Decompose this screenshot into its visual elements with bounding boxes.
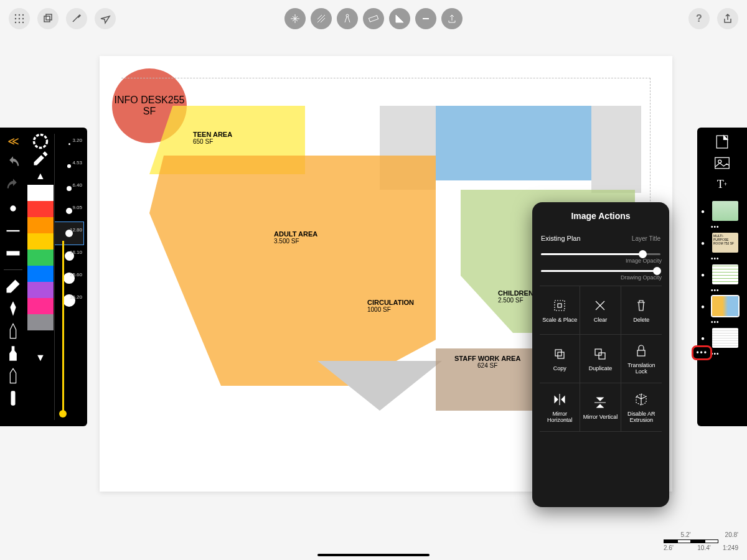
action-translation-lock[interactable]: Translation Lock [621, 335, 662, 383]
share-button[interactable] [717, 8, 738, 29]
color-swatch[interactable] [27, 298, 54, 314]
svg-rect-10 [46, 14, 52, 20]
eraser-icon[interactable] [4, 278, 22, 295]
more-actions-button-highlight[interactable]: ••• [692, 345, 712, 360]
marker-icon[interactable] [4, 345, 22, 362]
layer-name-field[interactable]: Existing Plan [541, 235, 581, 242]
undo-icon[interactable] [4, 155, 22, 172]
pencil-icon[interactable] [4, 322, 22, 340]
grid-menu-button[interactable] [9, 8, 30, 29]
action-delete[interactable]: Delete [621, 286, 662, 335]
brush-size-option[interactable] [55, 133, 83, 155]
chevron-up-icon[interactable]: ▲ [32, 167, 49, 185]
color-swatch[interactable] [27, 330, 54, 347]
help-button[interactable]: ? [688, 8, 710, 29]
svg-rect-19 [558, 304, 561, 307]
svg-rect-15 [7, 251, 20, 256]
color-swatch[interactable] [27, 266, 54, 282]
svg-rect-22 [595, 349, 601, 355]
thick-line-icon[interactable] [4, 245, 22, 262]
pen-icon[interactable] [4, 300, 22, 317]
layer-more-icon[interactable]: ••• [701, 287, 743, 294]
layer-more-icon[interactable]: ••• [701, 223, 743, 230]
image-opacity-slider[interactable] [541, 253, 660, 255]
svg-point-2 [22, 14, 24, 16]
layer-item[interactable]: ● [701, 264, 743, 284]
add-image-icon[interactable] [713, 155, 731, 171]
color-swatch[interactable] [27, 314, 54, 330]
svg-point-17 [34, 135, 47, 148]
brush-size-column: 3.204.536.409.0512.8018.1025.6036.20 [55, 128, 83, 426]
svg-point-8 [22, 22, 24, 23]
color-swatch[interactable] [27, 233, 54, 250]
brush-size-option[interactable] [55, 222, 83, 245]
action-duplicate[interactable]: Duplicate [580, 335, 621, 383]
action-clear[interactable]: Clear [580, 286, 621, 335]
highlighter-icon[interactable] [4, 367, 22, 385]
eyedropper-icon[interactable] [32, 150, 49, 167]
brush-icon[interactable] [4, 390, 22, 407]
move3d-button[interactable] [284, 8, 306, 29]
redo-icon[interactable] [4, 177, 22, 195]
ellipse-button[interactable] [415, 8, 436, 29]
color-swatch[interactable] [27, 217, 54, 233]
layer-more-icon[interactable]: ••• [701, 255, 743, 262]
svg-rect-18 [555, 301, 565, 310]
color-wheel-icon[interactable] [32, 133, 49, 150]
brush-size-option[interactable] [55, 177, 83, 200]
layer-item[interactable]: ●MULTI-PURPOSE ROOM 752 SF [701, 233, 743, 253]
collapse-icon[interactable]: ≪ [4, 133, 22, 150]
layer-more-icon[interactable]: ••• [701, 319, 743, 325]
tool-palette: ≪ ▲ ▼ 3.204.536.409.0512.8018.1025.6036.… [0, 128, 87, 426]
svg-point-0 [15, 14, 16, 16]
svg-point-3 [15, 18, 16, 19]
fly-button[interactable] [95, 8, 116, 29]
svg-point-11 [346, 14, 349, 17]
ruler-button[interactable] [363, 8, 384, 29]
action-scale-place[interactable]: Scale & Place [540, 286, 580, 335]
layer-item[interactable]: ● [701, 296, 743, 316]
scale-readout: 5.2'20.8' 2.6'10.4'1:249 [664, 531, 738, 551]
settings-button[interactable] [66, 8, 87, 29]
layer-item[interactable]: ● [701, 201, 743, 221]
angle-button[interactable] [389, 8, 410, 29]
room-blue [436, 106, 591, 180]
size-slider[interactable] [62, 241, 64, 415]
action-mirror-horizontal[interactable]: Mirror Horizontal [540, 383, 580, 432]
color-swatches: ▲ ▼ [26, 128, 55, 426]
visibility-icon[interactable]: ● [701, 335, 710, 342]
action-disable-ar[interactable]: Disable AR Extrusion [621, 383, 662, 432]
visibility-icon[interactable]: ● [701, 208, 710, 215]
svg-point-5 [22, 18, 24, 19]
drawing-opacity-slider[interactable] [541, 270, 660, 272]
visibility-icon[interactable]: ● [701, 240, 710, 246]
compass-button[interactable] [337, 8, 358, 29]
brush-size-option[interactable] [55, 289, 83, 312]
brush-size-option[interactable] [55, 200, 83, 222]
hatch-button[interactable] [311, 8, 332, 29]
svg-rect-12 [369, 16, 378, 22]
line-tool-icon[interactable] [4, 222, 22, 240]
dot-tool-icon[interactable] [4, 200, 22, 217]
brush-size-option[interactable] [55, 267, 83, 289]
color-swatch[interactable] [27, 282, 54, 298]
brush-size-option[interactable] [55, 155, 83, 177]
brush-size-option[interactable] [55, 245, 83, 267]
color-swatch[interactable] [27, 201, 54, 217]
add-text-icon[interactable]: T+ [713, 176, 731, 192]
svg-rect-21 [558, 352, 564, 358]
visibility-icon[interactable]: ● [701, 271, 710, 278]
pages-button[interactable] [37, 8, 59, 29]
export-button[interactable] [441, 8, 463, 29]
svg-rect-23 [599, 353, 605, 359]
action-copy[interactable]: Copy [540, 335, 580, 383]
svg-point-13 [10, 205, 16, 211]
color-swatch[interactable] [27, 185, 54, 201]
add-page-icon[interactable] [713, 134, 731, 150]
action-mirror-vertical[interactable]: Mirror Vertical [580, 383, 621, 432]
chevron-down-icon[interactable]: ▼ [32, 349, 49, 366]
home-indicator [317, 554, 430, 556]
visibility-icon[interactable]: ● [701, 303, 710, 310]
svg-rect-9 [44, 16, 50, 22]
color-swatch[interactable] [27, 250, 54, 266]
